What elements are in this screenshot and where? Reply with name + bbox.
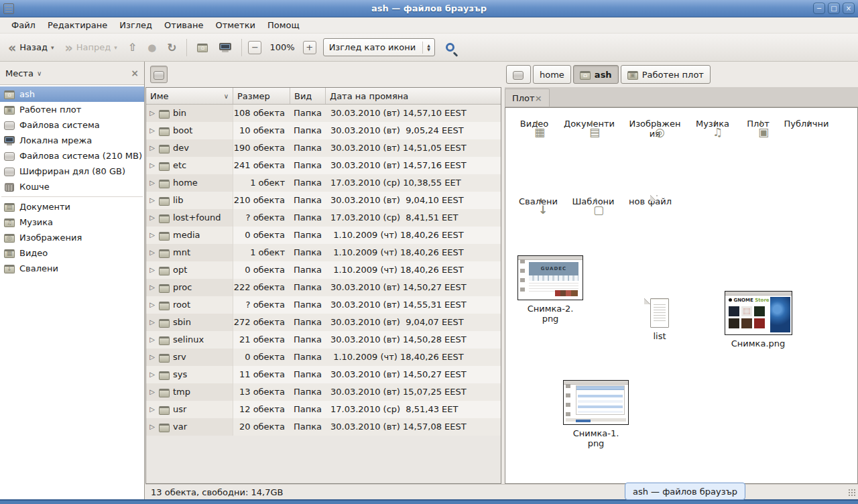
expander-icon[interactable]: ▷: [148, 279, 156, 296]
table-row[interactable]: ▷ dev 190 обекта Папка 30.03.2010 (вт) 1…: [146, 139, 501, 157]
menu-item[interactable]: Отметки: [209, 19, 261, 32]
expander-icon[interactable]: ▷: [148, 227, 156, 244]
list-item-snimka-2[interactable]: GUADEC Снимка-2.png: [517, 255, 583, 300]
minimize-button[interactable]: ─: [813, 3, 825, 14]
expander-icon[interactable]: ▷: [148, 331, 156, 349]
menu-item[interactable]: Помощ: [261, 19, 306, 32]
sidebar-view-select[interactable]: Места ∨: [5, 68, 42, 78]
sort-indicator-icon: ∨: [224, 92, 229, 100]
menu-item[interactable]: Редактиране: [42, 19, 113, 32]
list-item-list-file[interactable]: list: [644, 298, 675, 328]
expander-icon[interactable]: ▷: [148, 174, 156, 192]
combo-spinner-icon[interactable]: ▲▼: [423, 44, 434, 52]
table-row[interactable]: ▷ lib 210 обекта Папка 30.03.2010 (вт) 9…: [146, 192, 501, 209]
path-button-root[interactable]: [506, 65, 531, 84]
maximize-button[interactable]: □: [828, 3, 840, 14]
sidebar-item[interactable]: Работен плот: [0, 102, 144, 117]
table-row[interactable]: ▷ home 1 обект Папка 17.03.2010 (ср) 10,…: [146, 174, 501, 192]
list-item-snimka-1[interactable]: Снимка-1.png: [563, 380, 629, 425]
resize-grip[interactable]: [848, 489, 857, 497]
column-header-type[interactable]: Вид: [290, 88, 326, 104]
expander-icon[interactable]: ▷: [148, 139, 156, 157]
expander-icon[interactable]: ▷: [148, 383, 156, 401]
expander-icon[interactable]: ▷: [148, 192, 156, 209]
zoom-in-button[interactable]: +: [303, 41, 316, 54]
sidebar-item[interactable]: Шифриран дял (80 GB): [0, 164, 144, 179]
expander-icon[interactable]: ▷: [148, 122, 156, 139]
table-row[interactable]: ▷ root ? обекта Папка 30.03.2010 (вт) 14…: [146, 296, 501, 314]
list-item[interactable]: Публични: [780, 117, 833, 129]
expander-icon[interactable]: ▷: [148, 418, 156, 436]
column-header-name[interactable]: Име ∨: [146, 88, 233, 104]
table-row[interactable]: ▷ sys 11 обекта Папка 30.03.2010 (вт) 14…: [146, 366, 501, 383]
forward-button[interactable]: » Напред ▾: [60, 39, 121, 56]
table-row[interactable]: ▷ tmp 13 обекта Папка 30.03.2010 (вт) 15…: [146, 383, 501, 401]
column-header-size[interactable]: Размер: [233, 88, 290, 104]
path-button-current[interactable]: ash: [573, 65, 619, 84]
expander-icon[interactable]: ▷: [148, 314, 156, 331]
sidebar-item[interactable]: Изображения: [0, 230, 144, 245]
search-button[interactable]: [438, 40, 463, 54]
filesystem-root-button[interactable]: [150, 66, 168, 83]
path-button-home[interactable]: home: [533, 65, 571, 84]
close-button[interactable]: ×: [843, 3, 855, 14]
table-row[interactable]: ▷ lost+found ? обекта Папка 17.03.2010 (…: [146, 209, 501, 227]
table-row[interactable]: ▷ usr 12 обекта Папка 17.03.2010 (ср) 8,…: [146, 401, 501, 418]
expander-icon[interactable]: ▷: [148, 366, 156, 383]
list-item[interactable]: Музика: [686, 117, 739, 129]
back-button[interactable]: « Назад ▾: [4, 39, 58, 56]
sidebar-item[interactable]: Музика: [0, 214, 144, 230]
table-row[interactable]: ▷ srv 0 обекта Папка 1.10.2009 (чт) 18,4…: [146, 349, 501, 366]
table-row[interactable]: ▷ boot 10 обекта Папка 30.03.2010 (вт) 9…: [146, 122, 501, 139]
expander-icon[interactable]: ▷: [148, 261, 156, 279]
sidebar-item[interactable]: Локална мрежа: [0, 133, 144, 148]
sidebar-close-icon[interactable]: ×: [131, 68, 139, 78]
sidebar-item[interactable]: Кошче: [0, 179, 144, 194]
column-header-date[interactable]: Дата на промяна: [326, 88, 501, 104]
list-item[interactable]: Изображения: [629, 117, 681, 139]
list-item[interactable]: Документи: [563, 117, 615, 129]
view-mode-select[interactable]: Изглед като икони ▲▼: [323, 38, 435, 56]
back-dropdown-icon[interactable]: ▾: [51, 44, 54, 51]
expander-icon[interactable]: ▷: [148, 349, 156, 366]
sidebar-item[interactable]: Файлова система (210 MB): [0, 148, 144, 164]
expander-icon[interactable]: ▷: [148, 209, 156, 227]
expander-icon[interactable]: ▷: [148, 157, 156, 174]
list-item[interactable]: нов файл: [624, 195, 676, 206]
sidebar-item[interactable]: Свалени: [0, 261, 144, 276]
menu-item[interactable]: Отиване: [158, 19, 209, 32]
up-button[interactable]: ⇧: [124, 39, 141, 56]
reload-button[interactable]: ↻: [163, 39, 180, 56]
sidebar-item[interactable]: Файлова система: [0, 117, 144, 133]
table-row[interactable]: ▷ proc 222 обекта Папка 30.03.2010 (вт) …: [146, 279, 501, 296]
list-item[interactable]: Видео: [508, 117, 560, 129]
home-button[interactable]: [193, 40, 212, 55]
list-item-snimka[interactable]: GNOME Store Снимка.png: [725, 291, 792, 335]
table-row[interactable]: ▷ var 20 обекта Папка 30.03.2010 (вт) 14…: [146, 418, 501, 436]
tab[interactable]: Плот ×: [505, 88, 550, 107]
expander-icon[interactable]: ▷: [148, 244, 156, 261]
menu-item[interactable]: Файл: [5, 19, 42, 32]
table-row[interactable]: ▷ etc 241 обекта Папка 30.03.2010 (вт) 1…: [146, 157, 501, 174]
table-row[interactable]: ▷ opt 0 обекта Папка 1.10.2009 (чт) 18,4…: [146, 261, 501, 279]
sidebar-item[interactable]: Видео: [0, 245, 144, 261]
expander-icon[interactable]: ▷: [148, 296, 156, 314]
table-row[interactable]: ▷ sbin 272 обекта Папка 30.03.2010 (вт) …: [146, 314, 501, 331]
menu-item[interactable]: Изглед: [113, 19, 158, 32]
table-row[interactable]: ▷ mnt 1 обект Папка 1.10.2009 (чт) 18,40…: [146, 244, 501, 261]
list-item[interactable]: Шаблони: [567, 195, 619, 206]
tab-close-icon[interactable]: ×: [535, 93, 542, 103]
table-row[interactable]: ▷ bin 108 обекта Папка 30.03.2010 (вт) 1…: [146, 105, 501, 122]
sidebar-item[interactable]: Документи: [0, 199, 144, 214]
list-item[interactable]: Плот: [732, 117, 784, 129]
table-row[interactable]: ▷ media 0 обекта Папка 1.10.2009 (чт) 18…: [146, 227, 501, 244]
expander-icon[interactable]: ▷: [148, 105, 156, 122]
expander-icon[interactable]: ▷: [148, 401, 156, 418]
sidebar-item[interactable]: ash: [0, 86, 144, 102]
stop-button[interactable]: ●: [143, 39, 160, 56]
computer-button[interactable]: [215, 40, 235, 55]
zoom-out-button[interactable]: −: [248, 41, 261, 54]
table-row[interactable]: ▷ selinux 21 обекта Папка 30.03.2010 (вт…: [146, 331, 501, 349]
path-button-desktop[interactable]: Работен плот: [621, 65, 711, 84]
list-item[interactable]: Свалени: [512, 195, 564, 206]
